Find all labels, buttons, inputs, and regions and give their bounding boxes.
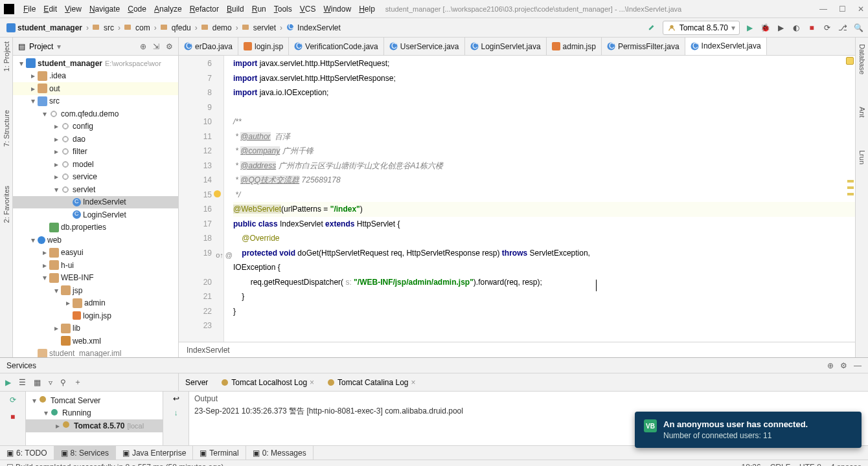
search-icon[interactable]: 🔍 (852, 22, 864, 34)
gear-icon[interactable]: ⚙ (840, 361, 847, 370)
editor-breadcrumb[interactable]: IndexServlet (179, 342, 868, 357)
gear-icon[interactable]: ⚙ (166, 42, 173, 51)
code-body[interactable]: import javax.servlet.http.HttpServletReq… (224, 56, 868, 342)
code-area[interactable]: 678910111213141516171819o↑ @20212223 imp… (179, 56, 868, 342)
tab-permissfilter-java[interactable]: CPermissFilter.java (602, 38, 685, 55)
warning-marker[interactable] (847, 186, 854, 189)
stop-icon[interactable]: ■ (7, 411, 19, 423)
run-config-selector[interactable]: Tomcat 8.5.70 ▾ (663, 21, 740, 35)
tool-tab-todo[interactable]: ▣6: TODO (0, 446, 54, 460)
project-tree[interactable]: ▾student_managerE:\workspace\wor▸.idea▸o… (13, 56, 178, 357)
tab-indexservlet-java[interactable]: CIndexServlet.java (685, 38, 767, 56)
maximize-button[interactable]: ☐ (839, 5, 846, 14)
breadcrumb-demo[interactable]: demo (199, 22, 234, 34)
strip-lrun[interactable]: Lrun (858, 150, 866, 164)
git-button[interactable]: ⎇ (837, 22, 849, 34)
add-icon[interactable]: ＋ (74, 377, 82, 388)
tree-node-dao[interactable]: ▸dao (13, 133, 178, 146)
tab-erdao-java[interactable]: CerDao.java (179, 38, 238, 55)
warning-marker[interactable] (847, 180, 854, 183)
encoding[interactable]: UTF-8 (799, 463, 821, 467)
profile-button[interactable]: ◐ (790, 22, 802, 34)
menu-help[interactable]: Help (355, 3, 379, 15)
cursor-pos[interactable]: 18:36 (742, 463, 761, 467)
tree-node-filter[interactable]: ▸filter (13, 146, 178, 159)
tree-arrow-icon[interactable]: ▸ (52, 160, 61, 169)
tree-arrow-icon[interactable]: ▾ (40, 273, 49, 282)
tree-arrow-icon[interactable]: ▸ (40, 261, 49, 270)
scroll-end-icon[interactable]: ↓ (174, 408, 178, 417)
tree-arrow-icon[interactable]: ▾ (29, 236, 38, 245)
menu-refactor[interactable]: Refactor (186, 3, 223, 15)
menu-vcs[interactable]: VCS (296, 3, 320, 15)
notification-popup[interactable]: VB An anonymous user has connected. Numb… (635, 412, 862, 448)
tree-arrow-icon[interactable]: ▸ (29, 71, 38, 80)
gutter[interactable]: 678910111213141516171819o↑ @20212223 (179, 56, 224, 342)
tree-arrow-icon[interactable]: ▾ (52, 286, 61, 295)
expand-icon[interactable]: ⇲ (153, 42, 159, 51)
soft-wrap-icon[interactable]: ↩ (173, 394, 179, 403)
chevron-down-icon[interactable]: ▾ (57, 42, 61, 51)
pin-icon[interactable]: ⚲ (60, 378, 66, 387)
tool-tab-java-enterprise[interactable]: ▣Java Enterprise (116, 446, 193, 460)
tree-arrow-icon[interactable]: ▸ (40, 248, 49, 257)
tree-arrow-icon[interactable]: ▾ (40, 109, 49, 118)
log-tab-tomcat-catalina-log[interactable]: Tomcat Catalina Log × (321, 373, 422, 391)
breadcrumb-student_manager[interactable]: student_manager (4, 22, 85, 34)
tree-arrow-icon[interactable]: ▸ (52, 135, 61, 144)
strip-database[interactable]: Database (858, 44, 866, 74)
hide-icon[interactable]: — (854, 361, 862, 370)
breadcrumb-com[interactable]: com (122, 22, 153, 34)
tab-verificationcode-java[interactable]: CVerificationCode.java (289, 38, 384, 55)
inspection-indicator[interactable] (846, 57, 854, 65)
tree-node-jsp[interactable]: ▾jsp (13, 284, 178, 297)
strip-project[interactable]: 1: Project (3, 41, 10, 71)
tree-arrow-icon[interactable]: ▸ (52, 122, 61, 131)
tree-node-admin[interactable]: ▸admin (13, 297, 178, 310)
grid-icon[interactable]: ▦ (34, 378, 41, 387)
tree-node-student_manager[interactable]: ▾student_managerE:\workspace\wor (13, 57, 178, 70)
update-button[interactable]: ⟳ (821, 22, 833, 34)
tree-node-config[interactable]: ▸config (13, 120, 178, 133)
tree-node-indexservlet[interactable]: IndexServlet (13, 196, 178, 209)
rerun-icon[interactable]: ⟳ (7, 394, 19, 406)
tree-node-web-xml[interactable]: web.xml (13, 335, 178, 348)
tool-tab-services[interactable]: ▣8: Services (54, 446, 116, 460)
tree-node-com-qfedu-demo[interactable]: ▾com.qfedu.demo (13, 107, 178, 120)
close-icon[interactable]: × (411, 378, 416, 387)
menu-code[interactable]: Code (124, 3, 150, 15)
menu-window[interactable]: Window (319, 3, 355, 15)
tree-node-h-ui[interactable]: ▸h-ui (13, 259, 178, 272)
line-sep[interactable]: CRLF (770, 463, 790, 467)
tool-tab-terminal[interactable]: ▣Terminal (193, 446, 246, 460)
status-icon[interactable]: ☐ (6, 463, 14, 467)
strip-favorites[interactable]: 2: Favorites (3, 186, 10, 223)
tab-loginservlet-java[interactable]: CLoginServlet.java (465, 38, 547, 55)
close-icon[interactable]: × (310, 378, 314, 387)
tree-arrow-icon[interactable]: ▸ (52, 147, 61, 156)
menu-navigate[interactable]: Navigate (86, 3, 124, 15)
tree-arrow-icon[interactable]: ▾ (17, 59, 26, 68)
stop-button[interactable]: ■ (806, 22, 817, 34)
error-stripe[interactable] (846, 57, 854, 335)
tree-arrow-icon[interactable]: ▸ (52, 324, 61, 333)
tab-userservice-java[interactable]: CUserService.java (384, 38, 465, 55)
tree-arrow-icon[interactable]: ▸ (63, 298, 73, 307)
close-button[interactable]: ✕ (858, 5, 864, 14)
breadcrumb-qfedu[interactable]: qfedu (158, 22, 194, 34)
project-title[interactable]: Project (29, 42, 53, 51)
tree-node-servlet[interactable]: ▾servlet (13, 183, 178, 196)
tree-node-db-properties[interactable]: db.properties (13, 221, 178, 234)
strip-structure[interactable]: 7: Structure (3, 110, 10, 147)
breadcrumb-indexservlet[interactable]: CIndexServlet (284, 22, 343, 34)
tree-node-easyui[interactable]: ▸easyui (13, 247, 178, 260)
log-tab-tomcat-localhost-log[interactable]: Tomcat Localhost Log × (214, 373, 321, 391)
tree-arrow-icon[interactable]: ▾ (29, 96, 38, 105)
tree-node-service[interactable]: ▸service (13, 171, 178, 184)
run-coverage-button[interactable]: ▶ (775, 22, 786, 34)
menu-analyze[interactable]: Analyze (150, 3, 186, 15)
svc-node-tomcat-8-5-70[interactable]: ▸Tomcat 8.5.70 [local (26, 419, 163, 432)
services-tree[interactable]: ▾Tomcat Server▾Running▸Tomcat 8.5.70 [lo… (26, 392, 163, 445)
locate-icon[interactable]: ⊕ (827, 361, 834, 370)
tree-arrow-icon[interactable]: ▾ (52, 185, 61, 194)
